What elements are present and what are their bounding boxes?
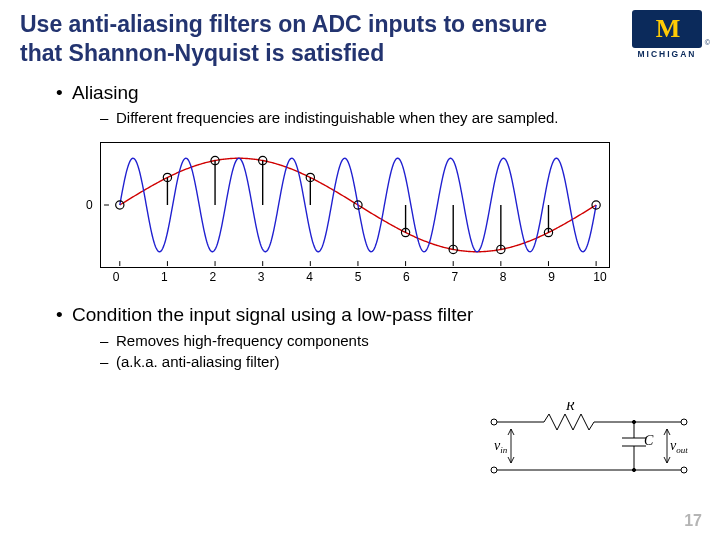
bullet-condition-label: Condition the input signal using a low-p… [72,304,473,327]
x-tick-labels: 012345678910 [100,270,610,286]
bullet-aliasing: • Aliasing [56,82,700,105]
x-tick-0: 0 [113,270,120,284]
svg-point-45 [632,420,635,423]
x-tick-6: 6 [403,270,410,284]
rc-lowpass-circuit: R C vin vout [484,402,694,490]
bullet-dash: – [100,352,116,372]
bullet-dot: • [56,304,72,327]
x-tick-10: 10 [593,270,606,284]
x-tick-5: 5 [355,270,362,284]
bullet-condition: • Condition the input signal using a low… [56,304,700,327]
svg-point-37 [681,467,687,473]
logo-copyright: © [705,39,710,46]
svg-point-36 [681,419,687,425]
bullet-dash: – [100,108,116,128]
logo-wordmark: MICHIGAN [632,49,702,59]
bullet-aliasing-label: Aliasing [72,82,139,105]
x-tick-4: 4 [306,270,313,284]
x-tick-1: 1 [161,270,168,284]
svg-point-46 [632,468,635,471]
svg-point-34 [491,419,497,425]
x-tick-7: 7 [451,270,458,284]
x-tick-9: 9 [548,270,555,284]
subbullet-aka-label: (a.k.a. anti-aliasing filter) [116,352,279,372]
chart-frame [100,142,610,268]
x-tick-8: 8 [500,270,507,284]
subbullet-indistinguishable: – Different frequencies are indistinguis… [100,108,700,128]
logo-letter: M [656,16,679,42]
chart-svg [101,143,609,267]
blue-sine [120,158,596,251]
subbullet-removes-hf-label: Removes high-frequency components [116,331,369,351]
y-tick-0: 0 [86,198,93,212]
slide-title: Use anti-aliasing filters on ADC inputs … [20,10,580,68]
michigan-logo: M © MICHIGAN [632,10,702,59]
subbullet-removes-hf: – Removes high-frequency components [100,331,700,351]
subbullet-indistinguishable-label: Different frequencies are indistinguisha… [116,108,559,128]
circuit-svg: R C vin vout [484,402,694,486]
vout-label: vout [670,438,688,455]
vin-label: vin [494,438,508,455]
resistor-label: R [565,402,575,413]
x-tick-3: 3 [258,270,265,284]
logo-badge: M © [632,10,702,48]
subbullet-aka: – (a.k.a. anti-aliasing filter) [100,352,700,372]
capacitor-label: C [644,433,654,448]
x-tick-2: 2 [209,270,216,284]
bullet-dash: – [100,331,116,351]
bullet-dot: • [56,82,72,105]
page-number: 17 [684,512,702,530]
aliasing-chart: 0 012345678910 [100,142,700,286]
svg-point-35 [491,467,497,473]
